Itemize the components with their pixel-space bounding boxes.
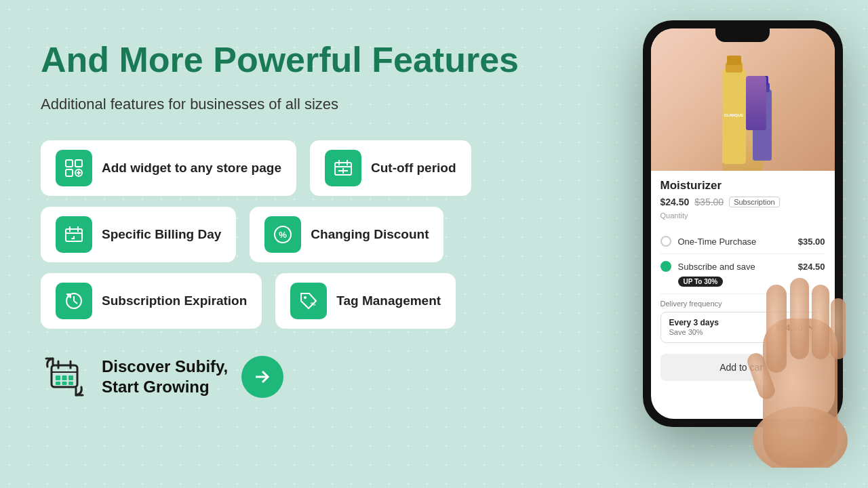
cta-arrow-button[interactable] <box>241 356 283 398</box>
product-image: CLINIQUE <box>651 28 835 171</box>
svg-rect-46 <box>831 298 846 359</box>
feature-expiration-label: Subscription Expiration <box>102 293 247 308</box>
discount-icon-box: % <box>264 216 301 253</box>
left-panel: And More Powerful Features Additional fe… <box>41 41 542 401</box>
bottom-cta: Discover Subify, Start Growing <box>41 353 542 401</box>
cta-line1: Discover Subify, <box>102 357 228 375</box>
calendar-icon <box>64 224 84 245</box>
svg-point-21 <box>304 296 307 299</box>
svg-rect-28 <box>62 375 67 380</box>
feature-add-widget-label: Add widget to any store page <box>102 161 281 176</box>
save-text: Save 30% <box>669 328 703 336</box>
widget-icon-box <box>56 150 92 186</box>
cutoff-icon-box <box>325 150 361 186</box>
cutoff-icon <box>333 158 353 178</box>
cta-calendar-icon <box>41 353 88 401</box>
svg-rect-1 <box>75 160 82 167</box>
feature-cutoff-label: Cut-off period <box>371 161 456 176</box>
expiration-icon-box <box>56 283 92 319</box>
svg-line-20 <box>74 301 77 304</box>
phone-notch <box>715 28 770 42</box>
svg-rect-40 <box>756 76 768 85</box>
svg-rect-36 <box>727 56 741 65</box>
svg-rect-2 <box>66 169 73 176</box>
svg-text:%: % <box>311 301 315 307</box>
svg-rect-0 <box>66 160 73 167</box>
features-grid: Add widget to any store page Cut-off per… <box>41 140 542 329</box>
discount-icon: % <box>273 224 293 245</box>
phone-mockup: CLINIQUE Moisturizer $24.50 $35.00 Subsc… <box>631 20 854 468</box>
cta-line2: Start Growing <box>102 378 210 396</box>
svg-rect-31 <box>62 382 67 385</box>
widget-icon <box>64 158 84 178</box>
svg-rect-12 <box>66 229 82 241</box>
delivery-option: Every 3 days <box>669 318 719 327</box>
main-title: And More Powerful Features <box>41 41 542 79</box>
feature-cutoff: Cut-off period <box>310 140 471 196</box>
svg-rect-29 <box>68 375 73 380</box>
svg-rect-45 <box>812 285 829 359</box>
original-price: $35.00 <box>694 197 724 207</box>
svg-rect-32 <box>68 382 73 385</box>
tag-icon: % <box>298 291 319 311</box>
one-time-radio[interactable] <box>660 236 671 247</box>
svg-text:CLINIQUE: CLINIQUE <box>724 113 744 117</box>
feature-tag-management: % Tag Management <box>275 273 456 329</box>
cosmetics-svg: CLINIQUE <box>692 35 793 171</box>
discount-badge: UP To 30% <box>678 277 724 287</box>
features-row-2: Specific Billing Day % Changing Discount <box>41 207 542 262</box>
subtitle: Additional features for businesses of al… <box>41 96 542 113</box>
features-row-1: Add widget to any store page Cut-off per… <box>41 140 542 196</box>
expiration-icon <box>64 291 84 311</box>
cta-text-block: Discover Subify, Start Growing <box>102 357 228 397</box>
sale-price: $24.50 <box>660 197 690 207</box>
calendar-icon-box <box>56 216 92 253</box>
feature-add-widget: Add widget to any store page <box>41 140 296 196</box>
svg-rect-38 <box>753 89 772 161</box>
svg-rect-43 <box>766 285 787 373</box>
features-row-3: Subscription Expiration % Tag Management <box>41 273 542 329</box>
feature-changing-discount: % Changing Discount <box>250 207 443 262</box>
arrow-right-icon <box>253 367 272 386</box>
feature-billing-day: Specific Billing Day <box>41 207 236 262</box>
feature-changing-discount-label: Changing Discount <box>311 227 429 242</box>
hand-holding-phone <box>726 183 861 468</box>
svg-rect-27 <box>56 375 60 380</box>
feature-tag-label: Tag Management <box>336 293 441 308</box>
svg-rect-44 <box>790 278 809 359</box>
refresh-calendar-icon <box>41 353 88 401</box>
svg-rect-30 <box>56 382 60 385</box>
svg-text:%: % <box>279 230 288 240</box>
feature-billing-day-label: Specific Billing Day <box>102 227 221 242</box>
tag-icon-box: % <box>290 283 327 319</box>
subscribe-radio[interactable] <box>660 261 671 272</box>
feature-subscription-expiration: Subscription Expiration <box>41 273 262 329</box>
